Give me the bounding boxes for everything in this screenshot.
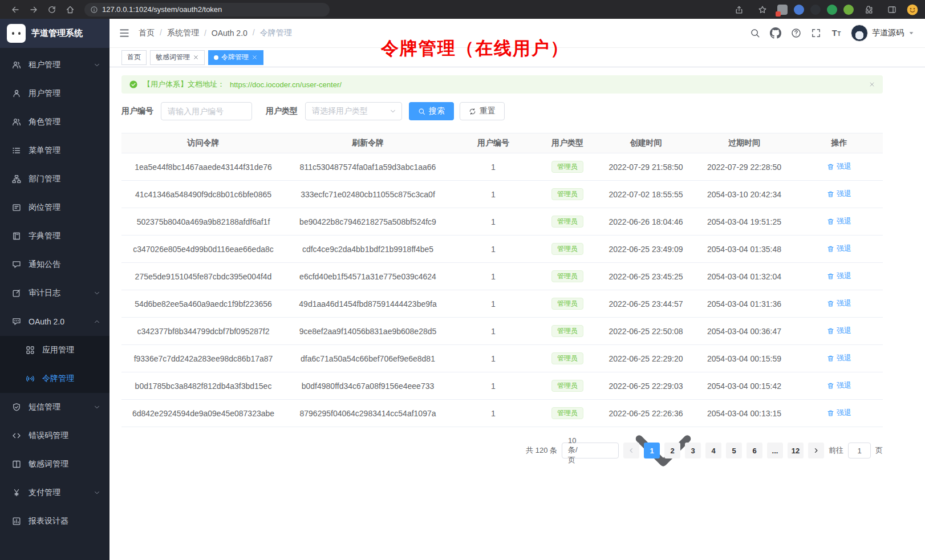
user-type-select[interactable]: 请选择用户类型 <box>305 102 402 120</box>
share-icon[interactable] <box>731 2 748 17</box>
page-size-select[interactable]: 10条/页 <box>562 443 619 458</box>
close-icon[interactable] <box>251 54 258 60</box>
browser-profile-avatar[interactable] <box>907 4 918 15</box>
sidebar-item-audit-log[interactable]: 审计日志 <box>0 279 109 307</box>
sidebar-item-role[interactable]: 角色管理 <box>0 108 109 136</box>
cell-user-type: 管理员 <box>536 290 599 318</box>
yen-icon <box>12 488 21 497</box>
tab-sensitive-word[interactable]: 敏感词管理 <box>150 50 205 65</box>
breadcrumb-item[interactable]: OAuth 2.0 <box>199 29 248 38</box>
font-size-icon[interactable] <box>831 28 841 38</box>
extension-icon-2[interactable] <box>794 5 804 15</box>
alert-close-icon[interactable] <box>869 81 875 88</box>
force-logout-button[interactable]: 强退 <box>827 326 851 336</box>
breadcrumb-item[interactable]: 系统管理 <box>155 28 199 38</box>
trash-icon <box>827 163 834 171</box>
extension-icon-5[interactable] <box>843 5 854 15</box>
sidebar-item-oauth2-app[interactable]: 应用管理 <box>0 336 109 364</box>
sidebar-item-post[interactable]: 岗位管理 <box>0 193 109 222</box>
extension-icon-3[interactable] <box>810 5 821 15</box>
force-logout-button[interactable]: 强退 <box>827 353 851 363</box>
app-title: 芋道管理系统 <box>31 28 83 39</box>
browser-home-button[interactable] <box>62 2 79 17</box>
browser-back-button[interactable] <box>7 2 24 17</box>
force-logout-button[interactable]: 强退 <box>827 408 851 418</box>
force-logout-button[interactable]: 强退 <box>827 298 851 309</box>
tab-home[interactable]: 首页 <box>121 50 147 65</box>
force-logout-button[interactable]: 强退 <box>827 216 851 226</box>
next-page-button[interactable] <box>808 443 824 458</box>
url-bar[interactable]: 127.0.0.1:1024/system/oauth2/token <box>84 3 330 17</box>
sidebar-item-sensitive-word[interactable]: 敏感词管理 <box>0 450 109 478</box>
prev-page-button[interactable] <box>623 443 639 458</box>
table-row: 6d842e2924594de9a09e45e087323abe 8796295… <box>121 400 883 427</box>
page-button-5[interactable]: 5 <box>726 443 742 458</box>
sidebar-item-error-code[interactable]: 错误码管理 <box>0 421 109 450</box>
cell-expire-time: 2054-03-04 00:36:47 <box>693 318 796 345</box>
breadcrumb-item-current: 令牌管理 <box>248 28 292 38</box>
book-icon <box>12 232 21 241</box>
sidebar-item-dept[interactable]: 部门管理 <box>0 165 109 193</box>
sidebar-item-menu[interactable]: 菜单管理 <box>0 136 109 165</box>
cell-refresh-token: 9ce8ef2aa9f14056b831ae9b608e28d5 <box>285 318 451 345</box>
sidebar-collapse-icon[interactable] <box>119 27 130 39</box>
extensions-puzzle-icon[interactable] <box>860 2 877 17</box>
goto-page-input[interactable] <box>848 443 871 458</box>
close-icon[interactable] <box>193 54 199 60</box>
cell-user-type: 管理员 <box>536 372 599 400</box>
sidebar-item-report-designer[interactable]: 报表设计器 <box>0 507 109 535</box>
doc-link[interactable]: https://doc.iocoder.cn/user-center/ <box>230 80 342 89</box>
cell-user-id: 1 <box>451 372 536 400</box>
force-logout-button[interactable]: 强退 <box>827 189 851 199</box>
force-logout-button[interactable]: 强退 <box>827 244 851 254</box>
list-icon <box>12 146 21 155</box>
sidebar-item-oauth2-token[interactable]: 令牌管理 <box>0 364 109 393</box>
page-button-6[interactable]: 6 <box>747 443 762 458</box>
trash-icon <box>827 300 834 307</box>
report-icon <box>12 517 21 526</box>
user-id-input[interactable] <box>161 102 252 120</box>
bookmark-star-icon[interactable] <box>754 2 771 17</box>
force-logout-button[interactable]: 强退 <box>827 271 851 281</box>
sidebar-item-sms[interactable]: 短信管理 <box>0 393 109 421</box>
reset-button[interactable]: 重置 <box>460 102 505 120</box>
page-button-3[interactable]: 3 <box>685 443 701 458</box>
user-menu[interactable]: 芋道源码 <box>851 25 915 42</box>
page-button-12[interactable]: 12 <box>788 443 804 458</box>
sidebar-item-tenant[interactable]: 租户管理 <box>0 51 109 79</box>
browser-reload-button[interactable] <box>43 2 60 17</box>
browser-forward-button[interactable] <box>25 2 42 17</box>
cell-action: 强退 <box>796 290 883 318</box>
side-panel-icon[interactable] <box>883 2 900 17</box>
breadcrumb-item[interactable]: 首页 <box>139 28 155 38</box>
sidebar-item-oauth2[interactable]: OAuth 2.0 <box>0 307 109 336</box>
fullscreen-icon[interactable] <box>811 28 821 38</box>
table-row: f9336e7c7dd242a283ee98dc86b17a87 dfa6c71… <box>121 345 883 372</box>
user-type-badge: 管理员 <box>551 270 583 282</box>
trash-icon <box>827 327 834 335</box>
help-icon[interactable] <box>791 28 801 38</box>
people-icon <box>12 60 21 70</box>
cell-user-type: 管理员 <box>536 345 599 372</box>
force-logout-button[interactable]: 强退 <box>827 380 851 391</box>
page-button-4[interactable]: 4 <box>705 443 721 458</box>
site-info-icon[interactable] <box>90 6 98 14</box>
page-button-1[interactable]: 1 <box>644 443 660 458</box>
github-icon[interactable] <box>770 27 781 39</box>
sidebar-item-notice[interactable]: 通知公告 <box>0 250 109 279</box>
alert-text: 【用户体系】文档地址： <box>143 79 225 90</box>
force-logout-button[interactable]: 强退 <box>827 161 851 172</box>
app-logo-row[interactable]: 芋道管理系统 <box>0 19 109 48</box>
tab-token[interactable]: 令牌管理 <box>208 50 263 65</box>
cell-expire-time: 2054-03-04 01:35:48 <box>693 236 796 263</box>
page-button-2[interactable]: 2 <box>664 443 680 458</box>
page-more-button[interactable]: ... <box>767 443 783 458</box>
extension-icon-4[interactable] <box>827 5 837 15</box>
search-button[interactable]: 搜索 <box>409 102 454 120</box>
sidebar-item-pay[interactable]: 支付管理 <box>0 478 109 507</box>
sidebar-item-user[interactable]: 用户管理 <box>0 79 109 108</box>
sidebar-item-dict[interactable]: 字典管理 <box>0 222 109 250</box>
table-row: 502375b8040a469a9b82188afdf6af1f be90422… <box>121 208 883 236</box>
extension-icon-1[interactable] <box>777 5 788 15</box>
search-icon[interactable] <box>750 28 760 38</box>
